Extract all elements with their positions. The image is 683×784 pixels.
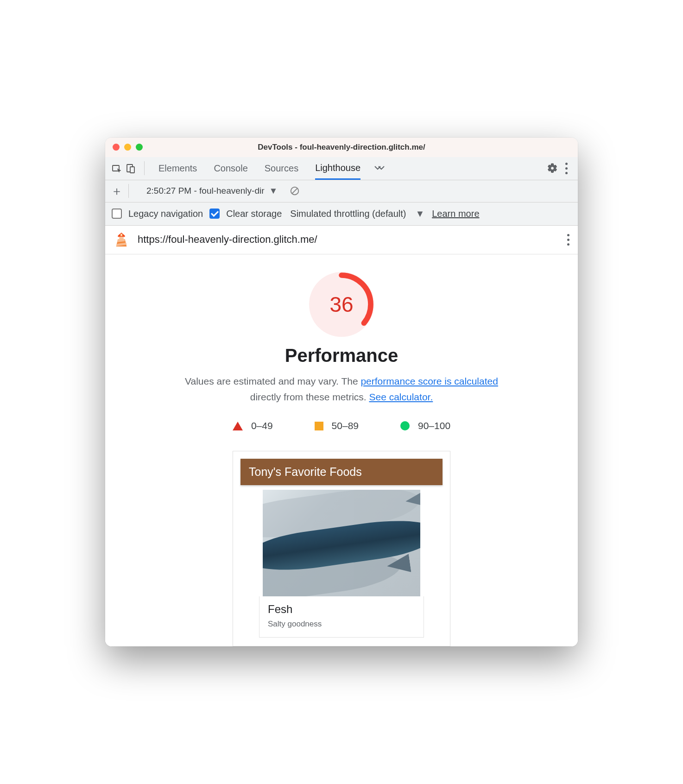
lighthouse-toolbar: ＋ 2:50:27 PM - foul-heavenly-dir ▼: [105, 180, 578, 202]
preview-item-subtitle: Salty goodness: [268, 620, 415, 629]
performance-gauge: 36: [309, 272, 374, 337]
triangle-icon: [233, 422, 243, 430]
devtools-window: DevTools - foul-heavenly-direction.glitc…: [105, 138, 578, 646]
legacy-nav-label: Legacy navigation: [128, 209, 203, 219]
tab-sources[interactable]: Sources: [265, 157, 298, 180]
lighthouse-report: 36 Performance Values are estimated and …: [105, 254, 578, 646]
legend-mid: 50–89: [315, 420, 359, 431]
lighthouse-settings: Legacy navigation Clear storage Simulate…: [105, 202, 578, 226]
separator: [128, 184, 129, 198]
legend-good: 90–100: [400, 420, 450, 431]
desc-text: Values are estimated and may vary. The: [185, 376, 360, 386]
window-title: DevTools - foul-heavenly-direction.glitc…: [105, 143, 578, 152]
close-icon[interactable]: [113, 144, 120, 151]
legend-bad: 0–49: [233, 420, 273, 431]
panel-tabs: Elements Console Sources Lighthouse: [158, 157, 360, 180]
minimize-icon[interactable]: [124, 144, 131, 151]
inspect-icon[interactable]: [110, 161, 124, 175]
tab-console[interactable]: Console: [214, 157, 247, 180]
chevron-down-icon[interactable]: ▼: [415, 209, 424, 219]
lighthouse-icon: [114, 232, 129, 247]
preview-header: Tony's Favorite Foods: [240, 459, 443, 485]
preview-image: [263, 490, 420, 596]
zoom-icon[interactable]: [136, 144, 143, 151]
devtools-tabbar: Elements Console Sources Lighthouse: [105, 157, 578, 180]
report-header: https://foul-heavenly-direction.glitch.m…: [105, 226, 578, 254]
page-preview: Tony's Favorite Foods Fesh Salty goodnes…: [233, 451, 450, 646]
legend-bad-label: 0–49: [251, 420, 273, 431]
desc-text: directly from these metrics.: [250, 392, 369, 402]
circle-icon: [400, 421, 410, 430]
window-titlebar: DevTools - foul-heavenly-direction.glitc…: [105, 138, 578, 157]
legacy-nav-checkbox[interactable]: [112, 209, 122, 219]
svg-line-4: [292, 189, 297, 194]
tab-lighthouse[interactable]: Lighthouse: [315, 157, 360, 180]
traffic-lights[interactable]: [113, 144, 143, 151]
device-toggle-icon[interactable]: [124, 161, 138, 175]
score-calc-link[interactable]: performance score is calculated: [360, 376, 498, 386]
kebab-menu-icon[interactable]: [559, 161, 573, 175]
preview-item: Fesh Salty goodness: [259, 596, 424, 638]
legend-mid-label: 50–89: [332, 420, 359, 431]
see-calculator-link[interactable]: See calculator.: [369, 392, 433, 402]
performance-description: Values are estimated and may vary. The p…: [170, 373, 513, 405]
clear-storage-label: Clear storage: [226, 209, 282, 219]
clear-icon[interactable]: [288, 184, 302, 198]
learn-more-link[interactable]: Learn more: [432, 209, 479, 219]
square-icon: [315, 422, 323, 430]
chevron-down-icon: ▼: [269, 186, 278, 196]
svg-rect-6: [120, 234, 122, 236]
svg-rect-2: [130, 167, 134, 173]
legend-good-label: 90–100: [418, 420, 450, 431]
tab-elements[interactable]: Elements: [158, 157, 197, 180]
separator: [144, 161, 145, 175]
report-dropdown[interactable]: 2:50:27 PM - foul-heavenly-dir ▼: [146, 186, 278, 196]
gear-icon[interactable]: [545, 161, 559, 175]
more-tabs-icon[interactable]: [374, 163, 385, 174]
report-url: https://foul-heavenly-direction.glitch.m…: [138, 234, 567, 246]
clear-storage-checkbox[interactable]: [209, 209, 220, 219]
new-report-button[interactable]: ＋: [110, 183, 124, 199]
score-legend: 0–49 50–89 90–100: [105, 420, 578, 431]
report-dropdown-label: 2:50:27 PM - foul-heavenly-dir: [146, 186, 265, 196]
category-title: Performance: [105, 345, 578, 366]
preview-item-title: Fesh: [268, 603, 415, 616]
report-menu-icon[interactable]: [567, 234, 569, 246]
throttling-label: Simulated throttling (default): [290, 209, 406, 219]
gauge-score: 36: [309, 272, 374, 337]
svg-rect-5: [119, 237, 123, 240]
